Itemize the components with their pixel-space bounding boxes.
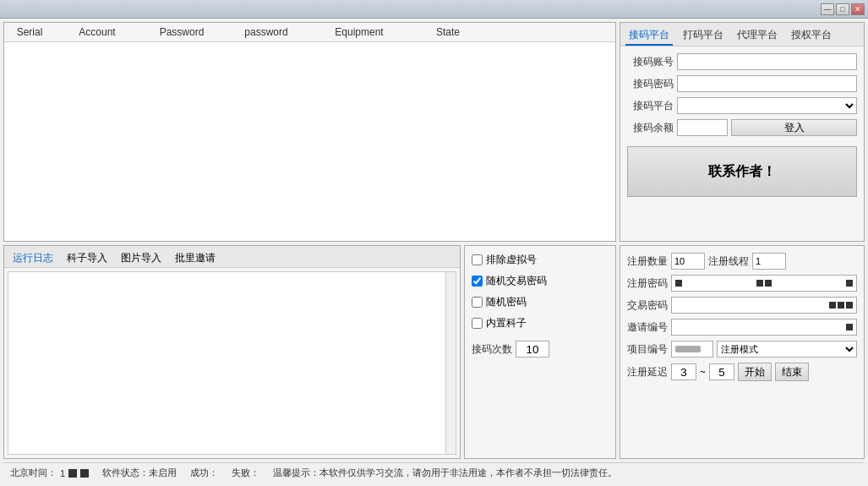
tab-run-log[interactable]: 运行日志 xyxy=(9,249,57,267)
registration-control-panel: 注册数量 注册线程 注册密码 交易密码 xyxy=(620,245,865,459)
exclude-virtual-checkbox[interactable] xyxy=(472,254,483,265)
tab-kezi-import[interactable]: 科子导入 xyxy=(63,249,111,267)
end-button[interactable]: 结束 xyxy=(775,363,809,381)
maximize-button[interactable]: □ xyxy=(836,3,849,15)
trade-pass-dot-3 xyxy=(846,302,853,309)
log-tabs: 运行日志 科子导入 图片导入 批里邀请 xyxy=(4,246,460,268)
col-password2: password xyxy=(224,26,308,38)
log-scrollbar[interactable] xyxy=(445,272,456,454)
trade-pass-display xyxy=(671,297,857,314)
password-input[interactable] xyxy=(677,75,857,92)
platform-row: 接码平台 xyxy=(627,97,857,114)
tab-image-import[interactable]: 图片导入 xyxy=(117,249,165,267)
reg-pass-label: 注册密码 xyxy=(627,276,668,291)
col-serial: Serial xyxy=(4,26,55,38)
trade-pass-dot-2 xyxy=(838,302,844,309)
success-status: 成功： xyxy=(190,467,218,479)
platform-select[interactable] xyxy=(677,97,857,114)
invite-label: 邀请编号 xyxy=(627,320,668,335)
accounts-table-panel: Serial Account Password password Equipme… xyxy=(3,22,616,242)
title-buttons: — □ ✕ xyxy=(821,3,865,15)
fail-status: 失败： xyxy=(232,467,259,479)
time-status: 北京时间： 1 xyxy=(10,467,89,479)
register-mode-select[interactable]: 注册模式 xyxy=(717,341,857,358)
success-label: 成功： xyxy=(190,467,218,479)
log-panel: 运行日志 科子导入 图片导入 批里邀请 xyxy=(3,245,461,459)
tip-status: 温馨提示：本软件仅供学习交流，请勿用于非法用途，本作者不承担一切法律责任。 xyxy=(273,467,858,479)
delay-action-row: 注册延迟 ~ 开始 结束 xyxy=(627,363,857,381)
random-pass-checkbox[interactable] xyxy=(472,297,483,308)
captcha-count-row: 接码次数 xyxy=(472,341,609,358)
reg-count-thread-row: 注册数量 注册线程 xyxy=(627,253,857,270)
close-button[interactable]: ✕ xyxy=(851,3,865,15)
contact-button[interactable]: 联系作者！ xyxy=(627,146,857,197)
time-value: 1 xyxy=(60,468,65,478)
log-content-area xyxy=(8,271,456,455)
top-section: Serial Account Password password Equipme… xyxy=(3,22,865,242)
title-bar: — □ ✕ xyxy=(0,0,868,19)
tab-proxy[interactable]: 代理平台 xyxy=(734,26,781,46)
reg-count-label: 注册数量 xyxy=(627,254,668,269)
random-trade-pass-checkbox[interactable] xyxy=(472,276,483,287)
delay-label: 注册延迟 xyxy=(627,365,668,380)
table-body xyxy=(4,42,615,238)
reg-pass-dot-3 xyxy=(765,280,772,287)
option-builtin-kezi: 内置科子 xyxy=(472,316,609,330)
trade-pass-row: 交易密码 xyxy=(627,297,857,314)
captcha-label: 接码次数 xyxy=(472,342,512,357)
project-bar xyxy=(675,346,701,352)
tab-jie-ma[interactable]: 接码平台 xyxy=(625,26,673,46)
col-equipment: Equipment xyxy=(308,26,410,38)
random-pass-label: 随机密码 xyxy=(486,295,527,309)
minimize-button[interactable]: — xyxy=(821,3,834,15)
captcha-count-input[interactable] xyxy=(516,341,549,358)
tilde-separator: ~ xyxy=(700,366,706,378)
option-exclude-virtual: 排除虚拟号 xyxy=(472,253,609,267)
reg-count-input[interactable] xyxy=(671,253,705,270)
project-input-display xyxy=(671,341,713,358)
table-header: Serial Account Password password Equipme… xyxy=(4,23,615,42)
invite-display xyxy=(671,319,857,336)
bottom-section: 运行日志 科子导入 图片导入 批里邀请 排除虚拟号 随机交易密码 随机密码 xyxy=(3,245,865,459)
balance-input[interactable] xyxy=(677,119,728,136)
platform-form: 接码账号 接码密码 接码平台 接码余额 登入 xyxy=(620,46,864,143)
col-account: Account xyxy=(55,26,139,38)
col-state: State xyxy=(410,26,486,38)
options-panel: 排除虚拟号 随机交易密码 随机密码 内置科子 接码次数 xyxy=(464,245,616,459)
option-random-pass: 随机密码 xyxy=(472,295,609,309)
login-button[interactable]: 登入 xyxy=(731,119,857,136)
trade-pass-label: 交易密码 xyxy=(627,298,668,313)
trade-pass-dot-1 xyxy=(829,302,836,309)
start-button[interactable]: 开始 xyxy=(738,363,772,381)
project-label: 项目编号 xyxy=(627,342,668,357)
reg-pass-dot-4 xyxy=(846,280,853,287)
tab-auth[interactable]: 授权平台 xyxy=(788,26,835,46)
platform-tabs: 接码平台 打码平台 代理平台 授权平台 xyxy=(620,23,864,46)
balance-row: 接码余额 登入 xyxy=(627,119,857,136)
reg-thread-input[interactable] xyxy=(752,253,786,270)
tab-batch-invite[interactable]: 批里邀请 xyxy=(172,249,219,267)
reg-pass-dot-2 xyxy=(756,280,763,287)
account-input[interactable] xyxy=(677,53,857,70)
col-password: Password xyxy=(139,26,224,38)
account-row: 接码账号 xyxy=(627,53,857,70)
reg-thread-label: 注册线程 xyxy=(708,254,749,269)
password-label: 接码密码 xyxy=(627,77,674,91)
status-bar: 北京时间： 1 软件状态：未启用 成功： 失败： 温馨提示：本软件仅供学习交流，… xyxy=(3,462,865,483)
balance-label: 接码余额 xyxy=(627,121,674,135)
builtin-kezi-checkbox[interactable] xyxy=(472,318,483,329)
invite-dot-1 xyxy=(846,324,853,330)
invite-row: 邀请编号 xyxy=(627,319,857,336)
delay-max-input[interactable] xyxy=(709,363,734,380)
time-indicator xyxy=(68,469,77,478)
tab-da-ma[interactable]: 打码平台 xyxy=(680,26,727,46)
random-trade-pass-label: 随机交易密码 xyxy=(486,274,547,288)
reg-pass-display xyxy=(671,275,857,292)
time-indicator-2 xyxy=(80,469,89,478)
delay-min-input[interactable] xyxy=(671,363,696,380)
platform-label: 接码平台 xyxy=(627,99,674,113)
password-row: 接码密码 xyxy=(627,75,857,92)
software-label: 软件状态：未启用 xyxy=(102,467,177,479)
reg-pass-dot-1 xyxy=(675,280,682,287)
contact-area: 联系作者！ xyxy=(627,146,857,197)
